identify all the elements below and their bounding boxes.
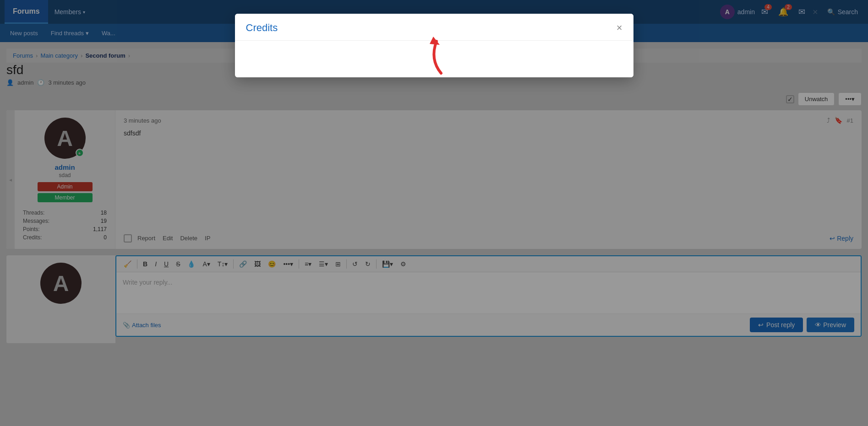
modal-title: Credits [246, 22, 278, 34]
modal-overlay[interactable]: Credits × [0, 0, 868, 426]
modal-body [235, 41, 633, 77]
credits-modal: Credits × [235, 14, 633, 77]
modal-close-button[interactable]: × [617, 23, 622, 33]
modal-header: Credits × [235, 14, 633, 41]
